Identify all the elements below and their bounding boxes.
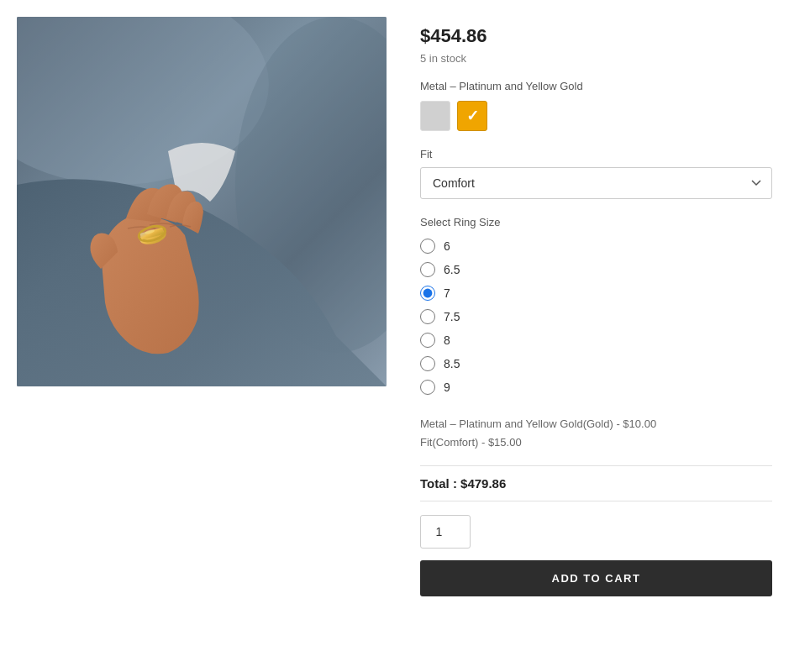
ring-size-label-9: 9 bbox=[444, 381, 450, 394]
product-price: $454.86 bbox=[420, 25, 772, 47]
ring-size-option-9[interactable]: 9 bbox=[420, 380, 772, 395]
ring-size-radio-9[interactable] bbox=[420, 380, 435, 395]
quantity-input[interactable] bbox=[420, 515, 471, 549]
ring-size-option-6[interactable]: 6 bbox=[420, 239, 772, 254]
ring-size-label-6: 6 bbox=[444, 239, 450, 253]
ring-size-radio-65[interactable] bbox=[420, 262, 435, 277]
swatch-gold[interactable] bbox=[457, 101, 487, 131]
ring-size-option-8[interactable]: 8 bbox=[420, 333, 772, 348]
page-container: $454.86 5 in stock Metal – Platinum and … bbox=[0, 0, 789, 613]
add-to-cart-button[interactable]: ADD TO CART bbox=[420, 560, 772, 596]
product-image-column bbox=[17, 17, 387, 596]
product-details-column: $454.86 5 in stock Metal – Platinum and … bbox=[420, 17, 772, 596]
ring-size-label-85: 8.5 bbox=[444, 357, 460, 370]
price-breakdown: Metal – Platinum and Yellow Gold(Gold) -… bbox=[420, 412, 772, 452]
fit-label: Fit bbox=[420, 148, 772, 160]
product-image-svg bbox=[17, 17, 387, 386]
ring-size-radio-6[interactable] bbox=[420, 239, 435, 254]
ring-size-label-7: 7 bbox=[444, 286, 450, 300]
price-breakdown-metal: Metal – Platinum and Yellow Gold(Gold) -… bbox=[420, 415, 772, 433]
ring-size-radio-75[interactable] bbox=[420, 309, 435, 324]
ring-size-radio-7[interactable] bbox=[420, 286, 435, 301]
price-breakdown-fit: Fit(Comfort) - $15.00 bbox=[420, 433, 772, 452]
ring-size-label-65: 6.5 bbox=[444, 263, 460, 276]
ring-size-label-75: 7.5 bbox=[444, 310, 460, 323]
ring-size-section: Select Ring Size 6 6.5 7 7.5 bbox=[420, 216, 772, 395]
ring-size-label-8: 8 bbox=[444, 333, 450, 347]
swatch-platinum[interactable] bbox=[420, 101, 450, 131]
ring-size-radio-8[interactable] bbox=[420, 333, 435, 348]
ring-size-option-75[interactable]: 7.5 bbox=[420, 309, 772, 324]
ring-size-label: Select Ring Size bbox=[420, 216, 772, 228]
metal-swatches bbox=[420, 101, 772, 131]
product-image bbox=[17, 17, 387, 386]
total-row: Total : $479.86 bbox=[420, 476, 772, 501]
fit-select[interactable]: Comfort Standard bbox=[420, 167, 772, 199]
divider-1 bbox=[420, 465, 772, 466]
ring-size-radio-85[interactable] bbox=[420, 356, 435, 371]
ring-size-option-7[interactable]: 7 bbox=[420, 286, 772, 301]
stock-info: 5 in stock bbox=[420, 52, 772, 65]
metal-label: Metal – Platinum and Yellow Gold bbox=[420, 80, 772, 92]
fit-section: Fit Comfort Standard bbox=[420, 148, 772, 199]
ring-size-option-85[interactable]: 8.5 bbox=[420, 356, 772, 371]
quantity-row bbox=[420, 515, 772, 549]
ring-size-option-65[interactable]: 6.5 bbox=[420, 262, 772, 277]
ring-size-options: 6 6.5 7 7.5 8 bbox=[420, 239, 772, 395]
